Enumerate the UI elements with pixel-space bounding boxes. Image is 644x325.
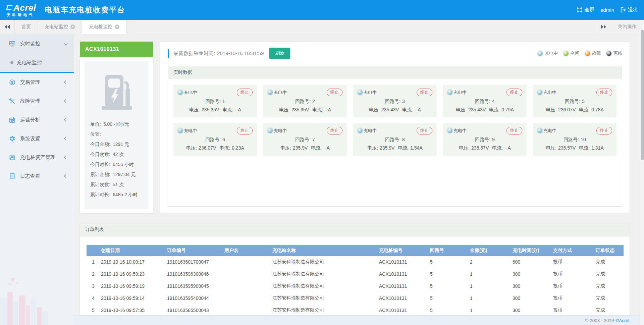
logout-label: 退出 <box>628 7 638 13</box>
refresh-button[interactable]: 刷新 <box>269 48 290 59</box>
voltage-label: 电压: <box>459 145 470 151</box>
sidebar-subitem-station-monitor[interactable]: 充电站监控 <box>0 53 74 72</box>
stat-label: 累计时长: <box>90 192 110 197</box>
sidebar-item-realtime-monitor[interactable]: 实时监控 <box>0 34 74 53</box>
sidebar-item-transaction-management[interactable]: 交易管理 <box>0 73 74 92</box>
terminate-button[interactable]: 终止 <box>237 89 253 96</box>
pile-id-header: ACX1010131 <box>80 42 153 57</box>
fullscreen-button[interactable]: 全屏 <box>577 7 594 13</box>
circuit-number-value: 2 <box>312 99 315 104</box>
orders-column-header: 支付方式 <box>553 245 596 256</box>
legend-status-icon <box>606 51 611 56</box>
close-operations-button[interactable]: 关闭操作 <box>610 20 644 34</box>
sidebar-subitem-label: 充电站监控 <box>17 59 42 66</box>
terminate-button[interactable]: 终止 <box>327 127 342 134</box>
tab-close-icon[interactable]: ✕ <box>115 24 119 29</box>
footer-brand-link[interactable]: ©Acrel <box>615 318 629 323</box>
voltage-value: 235.57V <box>471 145 489 151</box>
row-number-column-header <box>87 245 101 256</box>
terminate-button[interactable]: 终止 <box>506 89 522 96</box>
orders-cell: 600 <box>513 256 553 268</box>
voltage-value: 235.9V <box>293 145 308 151</box>
sidebar-item-label: 交易管理 <box>20 79 40 86</box>
orders-cell: 2 <box>470 256 513 268</box>
sidebar-item-label: 实时监控 <box>20 41 40 47</box>
row-number-cell: 4 <box>87 292 101 304</box>
circuit-status-label: 充电中 <box>543 128 556 134</box>
orders-cell: 300 <box>513 280 553 292</box>
orders-cell <box>224 280 272 292</box>
circuit-number-label: 回路号: <box>295 99 311 104</box>
sidebar-item-pile-asset-management[interactable]: 充电桩资产管理 <box>0 148 74 167</box>
sidebar-item-fault-management[interactable]: 故障管理 <box>0 92 74 110</box>
terminate-button[interactable]: 终止 <box>596 127 612 134</box>
fault-icon <box>9 98 15 104</box>
stat-value: 5.00 小时/元 <box>103 121 129 127</box>
current-value: 0.78A <box>591 107 604 112</box>
terminate-button[interactable]: 终止 <box>237 127 253 134</box>
orders-cell: 完成 <box>596 268 624 280</box>
circuit-number-value: 5 <box>582 99 585 104</box>
orders-cell <box>224 292 272 304</box>
tab-home[interactable]: 首页 <box>15 20 38 34</box>
tab-station-monitor[interactable]: 充电站监控 ✕ <box>38 20 82 34</box>
circuit-number-label: 回路号: <box>475 137 490 142</box>
orders-cell: 300 <box>513 292 553 304</box>
terminate-button[interactable]: 终止 <box>506 127 522 134</box>
chevron-down-icon <box>64 42 67 45</box>
voltage-label: 电压: <box>280 145 291 151</box>
chevron-left-icon <box>64 80 67 84</box>
sidebar-group-transaction-management: 交易管理 <box>0 73 74 92</box>
circuit-number-label: 回路号: <box>385 137 400 142</box>
voltage-value: 235.35V <box>291 107 309 112</box>
orders-cell <box>224 268 272 280</box>
circuit-status-label: 充电中 <box>543 90 556 96</box>
terminate-button[interactable]: 终止 <box>596 89 612 96</box>
orders-table: 创建日期订单编号用户名充电站名称充电桩编号回路号金额(元)充电时间(分)支付方式… <box>87 245 624 315</box>
asset-icon <box>9 154 15 161</box>
sidebar-item-system-settings[interactable]: 系统设置 <box>0 129 74 148</box>
sidebar-item-operation-analysis[interactable]: 运营分析 <box>0 110 74 129</box>
tabs-scroll-right-button[interactable] <box>596 20 610 34</box>
current-value: 0.79A <box>501 107 514 112</box>
orders-cell: ACX1010131 <box>379 304 430 315</box>
tabs-scroll-left-button[interactable] <box>0 20 15 34</box>
circuit-status-label: 充电中 <box>453 128 467 134</box>
order-list-panel: 订单列表 创建日期订单编号用户名充电站名称充电桩编号回路号金额(元)充电时间(分… <box>79 223 630 315</box>
orders-cell: 完成 <box>596 256 624 268</box>
sidebar-item-log-view[interactable]: 日志查看 <box>0 167 74 185</box>
username[interactable]: admin <box>600 7 614 13</box>
terminate-button[interactable]: 终止 <box>327 89 342 96</box>
stat-label: 位置: <box>90 131 101 137</box>
current-value: --A <box>325 107 331 112</box>
circuit-card: 充电中 终止 回路号:3 电压:235.43V电流:--A <box>353 85 437 117</box>
scrollbar[interactable] <box>640 20 644 325</box>
terminate-button[interactable]: 终止 <box>417 127 432 134</box>
voltage-value: 236.07V <box>558 107 576 112</box>
orders-cell: 2019-10-16 10:00:17 <box>101 256 167 268</box>
logout-button[interactable]: 退出 <box>620 7 638 13</box>
circuit-number-label: 回路号: <box>565 99 580 104</box>
circuit-number-value: 3 <box>402 99 405 104</box>
voltage-label: 电压: <box>369 107 380 112</box>
circuit-card: 充电中 终止 回路号:4 电压:235.43V电流:0.79A <box>443 85 527 117</box>
tab-close-icon[interactable]: ✕ <box>70 24 75 29</box>
collect-time: 最新数据采集时间:2019-10-16 10:31:59 <box>173 50 264 57</box>
orders-cell <box>224 304 272 315</box>
log-icon <box>9 173 15 179</box>
orders-cell: 5 <box>430 256 470 268</box>
main-content: ACX1010131 <box>74 34 644 325</box>
circuit-number-label: 回路号: <box>295 137 311 142</box>
legend-label: 充电中 <box>545 50 558 56</box>
circuit-status-label: 充电中 <box>184 128 197 134</box>
row-number-cell: 2 <box>87 268 101 280</box>
orders-cell: 江苏安科瑞制造有限公司 <box>272 268 379 280</box>
current-value: --A <box>235 107 241 112</box>
double-arrow-left-icon <box>5 25 10 29</box>
stat-value: 1291 元 <box>113 142 129 147</box>
tab-pile-monitor[interactable]: 充电桩监控 ✕ <box>82 20 126 34</box>
circuit-card: 充电中 终止 回路号:10 电压:235.57V电流:1.31A <box>533 123 616 156</box>
scrollbar-thumb[interactable] <box>641 30 644 160</box>
terminate-button[interactable]: 终止 <box>417 89 432 96</box>
circuit-card: 充电中 终止 回路号:6 电压:236.07V电流:0.23A <box>173 123 257 156</box>
